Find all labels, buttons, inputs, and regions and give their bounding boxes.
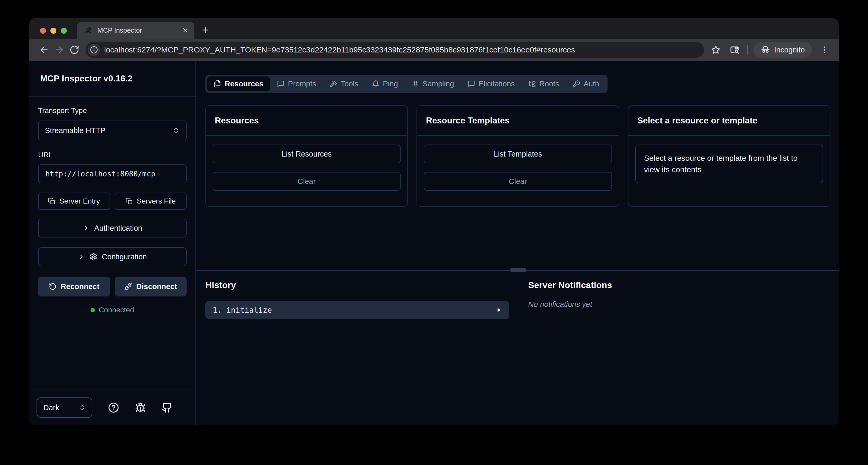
reconnect-label: Reconnect	[61, 282, 99, 291]
tab-label: Prompts	[288, 80, 316, 88]
tab-label: Tools	[341, 80, 358, 88]
hammer-icon	[330, 80, 337, 88]
message-square-icon	[468, 80, 475, 88]
tab-title: MCP Inspector	[97, 26, 177, 34]
browser-tab[interactable]: MCP Inspector	[77, 22, 194, 39]
history-title: History	[206, 280, 509, 290]
transport-type-value: Streamable HTTP	[45, 126, 105, 135]
tab-resources[interactable]: Resources	[207, 76, 270, 91]
preview-placeholder-message: Select a resource or template from the l…	[635, 145, 823, 183]
bookmark-star-icon[interactable]	[709, 43, 722, 56]
resource-preview-panel: Select a resource or template Select a r…	[628, 105, 830, 207]
tab-label: Elicitations	[478, 80, 515, 88]
tab-label: Auth	[584, 80, 599, 88]
clear-resources-button[interactable]: Clear	[213, 172, 401, 191]
reconnect-button[interactable]: Reconnect	[38, 277, 110, 297]
feature-tabs: Resources Prompts Tools	[206, 74, 608, 93]
copy-icon	[48, 197, 55, 205]
tab-tools[interactable]: Tools	[323, 76, 365, 91]
splitter-handle[interactable]	[510, 268, 526, 272]
server-entry-button[interactable]: Server Entry	[38, 193, 110, 210]
help-circle-icon[interactable]	[108, 402, 119, 413]
resources-panel-title: Resources	[206, 106, 407, 136]
unplug-icon	[124, 283, 132, 290]
browser-window: MCP Inspector localhost:6274/?MCP_PROXY_…	[29, 18, 839, 425]
app-title: MCP Inspector v0.16.2	[29, 61, 195, 97]
chevron-right-icon	[78, 253, 85, 260]
incognito-icon	[761, 45, 770, 55]
theme-value: Dark	[43, 403, 59, 412]
server-notifications-title: Server Notifications	[528, 280, 839, 290]
server-url-input[interactable]	[38, 164, 187, 183]
tab-auth[interactable]: Auth	[566, 76, 606, 91]
connection-status: Connected	[38, 306, 187, 314]
configuration-label: Configuration	[102, 253, 147, 261]
clear-templates-button[interactable]: Clear	[424, 172, 612, 191]
browser-toolbar: localhost:6274/?MCP_PROXY_AUTH_TOKEN=9e7…	[29, 39, 839, 61]
bell-icon	[372, 80, 379, 88]
minimize-window-button[interactable]	[50, 28, 56, 34]
hash-icon	[411, 80, 419, 88]
bug-icon[interactable]	[135, 402, 146, 413]
chevron-right-icon	[83, 224, 90, 232]
tab-prompts[interactable]: Prompts	[270, 76, 322, 91]
bottom-panels: History 1. initialize Server Notificatio…	[196, 270, 839, 425]
site-info-icon[interactable]	[88, 44, 100, 56]
new-tab-button[interactable]	[201, 26, 210, 34]
main-content: Resources Prompts Tools	[196, 61, 839, 425]
window-controls	[40, 28, 67, 34]
footer-icons	[92, 402, 188, 413]
forward-icon[interactable]	[52, 42, 67, 57]
message-square-icon	[277, 80, 284, 88]
status-label: Connected	[99, 306, 134, 314]
tab-label: Sampling	[423, 80, 454, 88]
disconnect-label: Disconnect	[136, 282, 177, 291]
incognito-badge: Incognito	[753, 42, 812, 58]
maximize-window-button[interactable]	[61, 28, 67, 34]
tab-roots[interactable]: Roots	[522, 76, 566, 91]
list-templates-button[interactable]: List Templates	[424, 145, 612, 163]
notifications-empty-message: No notifications yet	[528, 300, 839, 309]
tab-label: Resources	[225, 80, 263, 88]
tab-close-icon[interactable]	[182, 27, 189, 34]
transport-type-select[interactable]: Streamable HTTP	[38, 121, 187, 141]
history-pane: History 1. initialize	[196, 271, 518, 425]
tab-ping[interactable]: Ping	[365, 76, 404, 91]
server-notifications-pane: Server Notifications No notifications ye…	[518, 271, 839, 425]
key-icon	[572, 80, 580, 88]
server-entry-label: Server Entry	[59, 197, 100, 205]
theme-select[interactable]: Dark	[36, 397, 92, 418]
tab-label: Roots	[539, 80, 559, 88]
chevrons-up-down-icon	[173, 127, 180, 134]
tab-sampling[interactable]: Sampling	[405, 76, 461, 91]
disconnect-button[interactable]: Disconnect	[115, 277, 187, 297]
back-icon[interactable]	[36, 42, 52, 57]
github-icon[interactable]	[161, 402, 173, 413]
url-field-label: URL	[38, 151, 187, 159]
browser-tab-strip: MCP Inspector	[29, 18, 839, 39]
authentication-label: Authentication	[94, 224, 142, 232]
url-text[interactable]: localhost:6274/?MCP_PROXY_AUTH_TOKEN=9e7…	[104, 45, 575, 54]
incognito-label: Incognito	[774, 46, 805, 54]
search-tabs-icon[interactable]	[728, 43, 741, 56]
servers-file-button[interactable]: Servers File	[115, 193, 187, 210]
url-bar[interactable]: localhost:6274/?MCP_PROXY_AUTH_TOKEN=9e7…	[86, 42, 704, 58]
tab-elicitations[interactable]: Elicitations	[461, 76, 521, 91]
close-window-button[interactable]	[40, 28, 46, 34]
status-dot	[91, 308, 95, 312]
sidebar-body: Transport Type Streamable HTTP URL Serve…	[29, 97, 195, 390]
toolbar-separator	[747, 45, 748, 55]
sidebar: MCP Inspector v0.16.2 Transport Type Str…	[29, 61, 196, 425]
browser-menu-icon[interactable]	[818, 43, 831, 56]
authentication-expander[interactable]: Authentication	[38, 219, 187, 238]
mcp-inspector-app: MCP Inspector v0.16.2 Transport Type Str…	[29, 61, 839, 425]
resource-templates-panel: Resource Templates List Templates Clear	[416, 105, 619, 207]
reload-icon[interactable]	[67, 42, 82, 57]
history-item-initialize[interactable]: 1. initialize	[206, 301, 509, 319]
expand-triangle-icon[interactable]	[495, 307, 502, 313]
list-resources-button[interactable]: List Resources	[213, 145, 401, 163]
folder-tree-icon	[528, 80, 536, 88]
resource-templates-title: Resource Templates	[417, 106, 619, 136]
configuration-expander[interactable]: Configuration	[38, 247, 187, 266]
toolbar-actions: Incognito	[709, 42, 831, 58]
